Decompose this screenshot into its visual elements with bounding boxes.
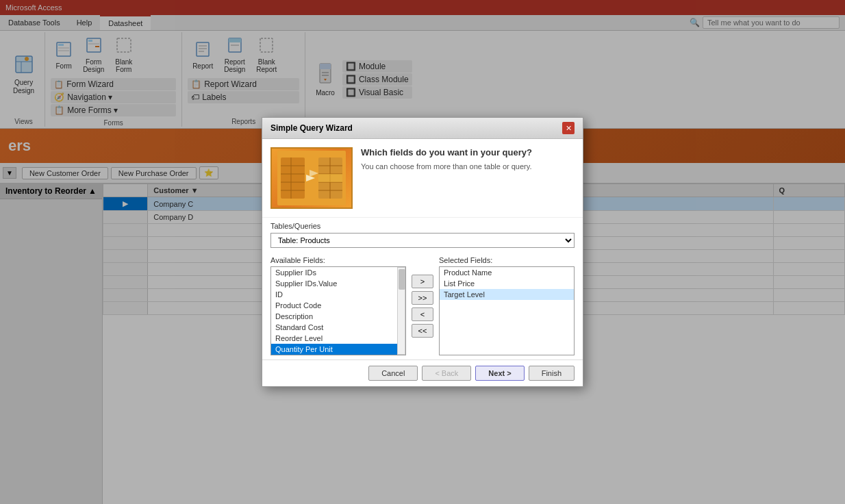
list-item[interactable]: Product Name: [440, 267, 574, 278]
move-right-button[interactable]: >: [412, 275, 433, 288]
svg-rect-27: [281, 158, 305, 199]
list-item[interactable]: Standard Cost: [271, 322, 397, 333]
move-left-button[interactable]: <: [412, 307, 433, 321]
list-item[interactable]: Reorder Level: [271, 333, 397, 344]
modal-header-section: Which fields do you want in your query? …: [262, 139, 583, 217]
finish-button[interactable]: Finish: [529, 366, 575, 381]
wizard-icon: [270, 147, 353, 209]
tables-queries-select[interactable]: Table: Products: [270, 233, 575, 248]
next-button[interactable]: Next >: [475, 366, 524, 381]
list-item[interactable]: Product Code: [271, 300, 397, 311]
modal-close-button[interactable]: ✕: [562, 122, 575, 134]
available-fields-col: Available Fields: Supplier IDs Supplier …: [270, 256, 406, 355]
list-item[interactable]: Target Level: [440, 289, 574, 300]
list-item[interactable]: Supplier IDs: [271, 267, 397, 278]
selected-fields-col: Selected Fields: Product Name List Price…: [439, 256, 575, 355]
cancel-button[interactable]: Cancel: [368, 366, 418, 381]
modal-heading: Which fields do you want in your query?: [361, 147, 575, 158]
simple-query-wizard-dialog: Simple Query Wizard ✕: [262, 117, 583, 387]
selected-fields-listbox[interactable]: Product Name List Price Target Level: [439, 266, 575, 355]
move-all-right-button[interactable]: >>: [412, 291, 433, 305]
selected-fields-label: Selected Fields:: [439, 256, 575, 264]
modal-instructions: Which fields do you want in your query? …: [361, 147, 575, 209]
list-item[interactable]: List Price: [440, 278, 574, 289]
modal-title: Simple Query Wizard: [270, 123, 353, 133]
modal-subtext: You can choose from more than one table …: [361, 162, 575, 172]
move-all-left-button[interactable]: <<: [412, 324, 433, 338]
list-item[interactable]: ID: [271, 289, 397, 300]
scrollbar-thumb: [399, 269, 405, 290]
list-item[interactable]: Supplier IDs.Value: [271, 278, 397, 289]
tables-queries-row: Table: Products: [270, 233, 575, 248]
fields-section: Available Fields: Supplier IDs Supplier …: [262, 252, 583, 360]
tables-queries-label: Tables/Queries: [270, 222, 575, 230]
wizard-illustration: [277, 151, 346, 205]
available-fields-label: Available Fields:: [270, 256, 406, 264]
list-item[interactable]: Description: [271, 311, 397, 322]
available-fields-container: Supplier IDs Supplier IDs.Value ID Produ…: [270, 266, 406, 355]
available-fields-scrollbar[interactable]: [397, 267, 405, 355]
modal-footer: Cancel < Back Next > Finish: [262, 360, 583, 386]
svg-rect-41: [318, 174, 342, 182]
list-item[interactable]: Quantity Per Unit: [271, 344, 397, 355]
move-buttons-group: > >> < <<: [412, 256, 433, 355]
back-button[interactable]: < Back: [422, 366, 471, 381]
available-fields-listbox[interactable]: Supplier IDs Supplier IDs.Value ID Produ…: [271, 267, 397, 355]
tables-queries-section: Tables/Queries Table: Products: [262, 217, 583, 252]
modal-titlebar: Simple Query Wizard ✕: [262, 118, 583, 139]
modal-overlay: Simple Query Wizard ✕: [0, 0, 845, 504]
